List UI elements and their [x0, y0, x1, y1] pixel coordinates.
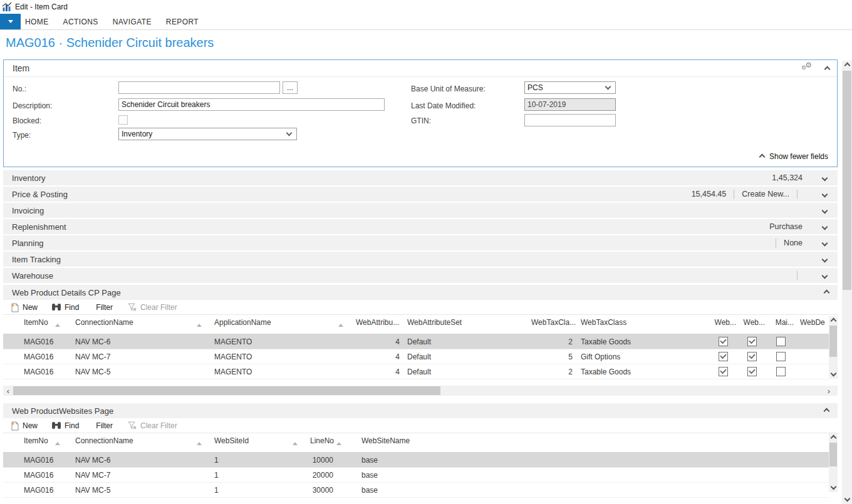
scroll-up-button[interactable] — [829, 316, 838, 325]
blocked-checkbox[interactable] — [118, 115, 128, 125]
find-button[interactable]: Find — [51, 421, 79, 430]
row-selector[interactable] — [3, 453, 12, 468]
scroll-down-button[interactable] — [842, 495, 852, 504]
column-header-web[interactable]: Web... — [709, 315, 737, 334]
type-select[interactable]: Inventory — [118, 128, 297, 140]
fasttab-summary-value[interactable]: None — [784, 239, 803, 247]
column-header-webattributeset[interactable]: WebAttributeSet — [403, 315, 528, 334]
checkbox-checked[interactable] — [719, 367, 728, 376]
chevron-up-icon[interactable] — [824, 408, 830, 414]
row-selector[interactable] — [3, 349, 12, 364]
fasttab-summary-value[interactable]: Create New... — [742, 190, 789, 198]
column-header-webtaxclass[interactable]: WebTaxClass — [578, 315, 709, 334]
scroll-down-button[interactable] — [829, 370, 838, 379]
checkbox-unchecked[interactable] — [776, 352, 786, 361]
table-row[interactable]: MAG016NAV MC-6MAGENTO4Default2Taxable Go… — [3, 334, 829, 349]
column-header-itemno[interactable]: ItemNo — [12, 315, 63, 334]
web-product-websites-section-header[interactable]: Web ProductWebsites Page — [3, 403, 838, 418]
scroll-up-button[interactable] — [829, 433, 838, 442]
chevron-down-icon[interactable] — [820, 190, 829, 198]
tab-navigate[interactable]: NAVIGATE — [113, 18, 152, 26]
table-row[interactable]: MAG016NAV MC-7MAGENTO4Default5Gift Optio… — [3, 349, 829, 364]
checkbox-checked[interactable] — [747, 367, 757, 376]
scrollbar-thumb[interactable] — [829, 443, 837, 466]
checkbox-checked[interactable] — [747, 352, 757, 361]
checkbox-unchecked[interactable] — [776, 367, 786, 376]
chevron-down-icon[interactable] — [820, 173, 829, 182]
scroll-down-button[interactable] — [829, 483, 838, 492]
scrollbar-thumb[interactable] — [843, 71, 851, 290]
column-header-connectionname[interactable]: ConnectionName — [63, 315, 205, 334]
description-input[interactable] — [118, 98, 385, 111]
column-header-websiteid[interactable]: WebSiteId — [205, 433, 301, 453]
fasttab-replenishment[interactable]: ReplenishmentPurchase — [3, 219, 838, 234]
chevron-down-icon[interactable] — [820, 239, 829, 247]
cell: Taxable Goods — [578, 334, 709, 349]
checkbox-checked[interactable] — [719, 337, 728, 346]
fasttab-inventory[interactable]: Inventory1,45,324 — [3, 170, 838, 185]
tab-actions[interactable]: ACTIONS — [63, 18, 98, 26]
application-menu-button[interactable] — [0, 14, 21, 29]
column-header-mai[interactable]: Mai... — [766, 315, 795, 334]
scroll-left-button[interactable]: ‹ — [3, 386, 13, 396]
checkbox-checked[interactable] — [747, 337, 757, 346]
fasttab-summary-value[interactable]: 15,454.45 — [692, 190, 727, 198]
table-row[interactable]: MAG016NAV MC-5130000base — [3, 483, 829, 498]
chevron-down-icon[interactable] — [820, 206, 829, 215]
column-header-webde[interactable]: WebDe — [795, 315, 829, 334]
column-header-websitename[interactable]: WebSiteName — [345, 433, 829, 453]
table-row[interactable]: MAG016NAV MC-7120000base — [3, 468, 829, 483]
column-header-webtaxcla[interactable]: WebTaxCla... — [528, 315, 578, 334]
fasttab-item-tracking[interactable]: Item Tracking — [3, 252, 838, 267]
row-selector[interactable] — [3, 364, 12, 379]
cell: 5 — [528, 349, 578, 364]
fasttab-summary-value[interactable]: 1,45,324 — [772, 173, 803, 182]
clear-filter-button[interactable]: Clear Filter — [128, 421, 177, 430]
fasttab-warehouse[interactable]: Warehouse — [3, 268, 838, 283]
table-row[interactable]: MAG016NAV MC-6110000base — [3, 453, 829, 468]
find-button[interactable]: Find — [51, 303, 79, 312]
column-header-connectionname[interactable]: ConnectionName — [63, 433, 205, 453]
show-fewer-fields-link[interactable]: Show fewer fields — [760, 152, 828, 161]
chevron-up-icon[interactable] — [824, 289, 830, 296]
base-uom-select[interactable]: PCS — [524, 81, 616, 94]
item-section-header[interactable]: Item ⚙⚙ — [4, 60, 837, 77]
gtin-input[interactable] — [524, 114, 616, 126]
chevron-down-icon[interactable] — [820, 222, 829, 231]
row-selector[interactable] — [3, 483, 12, 498]
fasttab-summary-value[interactable]: Purchase — [769, 222, 803, 231]
column-header-web[interactable]: Web... — [737, 315, 766, 334]
column-header-label: LineNo — [310, 436, 334, 445]
tab-report[interactable]: REPORT — [166, 18, 199, 26]
row-selector[interactable] — [3, 334, 12, 349]
fasttab-planning[interactable]: PlanningNone — [3, 235, 838, 250]
table-row[interactable]: MAG016NAV MC-5MAGENTO4Default2Taxable Go… — [3, 364, 829, 379]
checkbox-checked[interactable] — [719, 352, 728, 361]
cell: MAG016 — [12, 483, 63, 498]
chevron-down-icon[interactable] — [820, 271, 829, 280]
column-header-applicationname[interactable]: ApplicationName — [205, 315, 346, 334]
no-browse-button[interactable]: ... — [283, 81, 298, 94]
row-selector[interactable] — [3, 468, 12, 483]
scrollbar-thumb[interactable] — [829, 326, 837, 357]
filter-button[interactable]: Filter — [96, 421, 113, 430]
chevron-down-icon[interactable] — [820, 255, 829, 264]
scroll-up-button[interactable] — [842, 61, 852, 70]
fasttab-invoicing[interactable]: Invoicing — [3, 203, 838, 218]
fasttab-price-posting[interactable]: Price & Posting15,454.45Create New... — [3, 187, 838, 202]
scroll-right-button[interactable]: › — [824, 386, 834, 396]
web-product-details-section-header[interactable]: Web Product Details CP Page — [3, 285, 838, 300]
new-button[interactable]: New — [10, 421, 38, 431]
no-input[interactable] — [118, 81, 280, 94]
collapse-item-section-button[interactable] — [825, 64, 829, 73]
filter-button[interactable]: Filter — [96, 303, 113, 312]
column-header-itemno[interactable]: ItemNo — [12, 433, 63, 453]
tab-home[interactable]: HOME — [25, 18, 49, 26]
checkbox-unchecked[interactable] — [776, 337, 786, 346]
column-header-lineno[interactable]: LineNo — [301, 433, 345, 453]
column-header-webattribu[interactable]: WebAttribu... — [346, 315, 403, 334]
scrollbar-thumb[interactable] — [13, 386, 440, 395]
clear-filter-button[interactable]: Clear Filter — [128, 303, 177, 312]
new-button[interactable]: New — [10, 302, 38, 312]
customize-gears-icon[interactable]: ⚙⚙ — [798, 62, 812, 73]
